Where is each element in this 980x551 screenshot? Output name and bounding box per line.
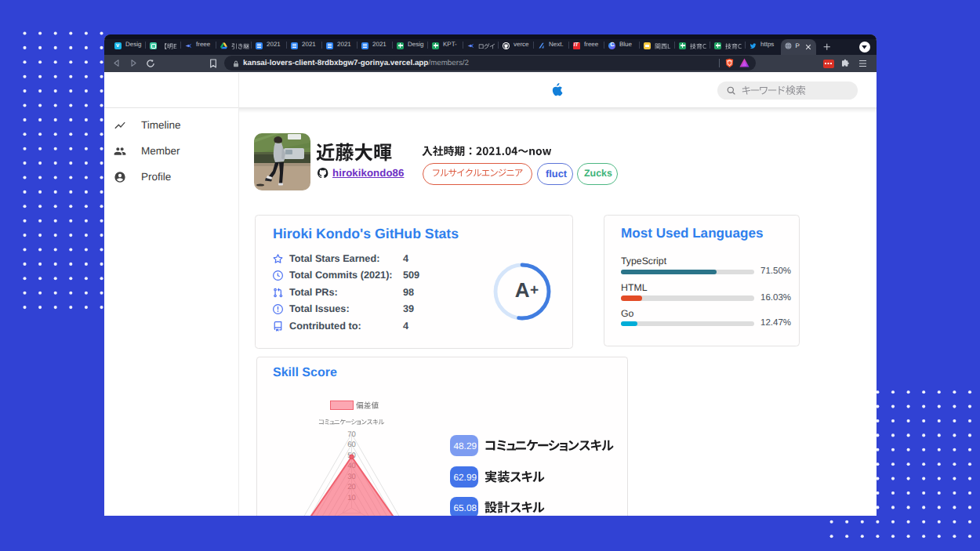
svg-text:+: +: [530, 281, 539, 298]
svg-text:70: 70: [347, 430, 356, 439]
svg-text:A: A: [515, 277, 530, 301]
svg-text:60: 60: [347, 440, 356, 449]
